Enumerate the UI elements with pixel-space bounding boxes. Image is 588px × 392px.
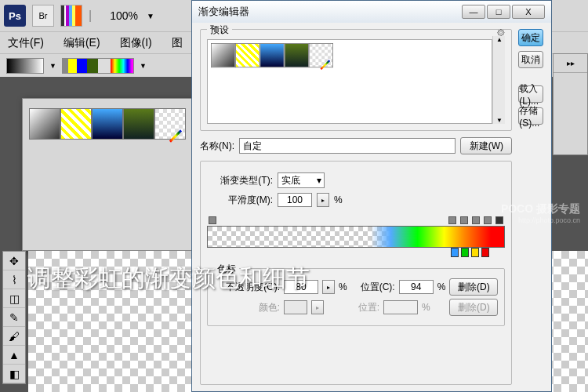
minimize-button[interactable]: — [462, 5, 485, 19]
color-stepper-icon: ▸ [311, 300, 324, 314]
name-input[interactable] [239, 138, 456, 154]
opacity-stop[interactable] [495, 216, 503, 224]
preset-swatch[interactable] [60, 108, 92, 140]
divider: | [89, 9, 92, 23]
preset-swatch[interactable] [260, 43, 284, 67]
new-button[interactable]: 新建(W) [460, 137, 512, 154]
preset-swatch[interactable] [29, 108, 60, 140]
opacity-stop[interactable] [472, 216, 480, 224]
swatch-dropdown-icon[interactable]: ▼ [48, 60, 58, 71]
preset-swatch[interactable] [211, 43, 235, 67]
opacity-stop[interactable] [460, 216, 468, 224]
close-button[interactable]: X [512, 5, 545, 19]
gradient-bar[interactable] [207, 226, 505, 248]
dialog-titlebar[interactable]: 渐变编辑器 — □ X [192, 1, 551, 23]
color-location-input [383, 300, 418, 314]
tutorial-caption: 调整彩虹的渐变颜色和细节 [27, 263, 310, 295]
percent-label: % [422, 302, 430, 313]
color-stop[interactable] [461, 248, 469, 257]
color-label: 颜色: [214, 301, 280, 314]
crop-tool-icon[interactable]: ◫ [3, 289, 25, 308]
type-select[interactable]: 实底 [278, 172, 325, 188]
preset-swatch[interactable] [309, 43, 333, 67]
lasso-tool-icon[interactable]: ⌇ [3, 270, 25, 289]
bridge-icon[interactable]: Br [32, 5, 54, 27]
preset-swatch[interactable] [92, 108, 123, 140]
dialog-title: 渐变编辑器 [198, 5, 462, 19]
foreground-gradient-swatch[interactable] [6, 58, 44, 74]
percent-label: % [339, 281, 347, 292]
right-panel: ▸▸ [553, 53, 588, 155]
brush-tool-icon[interactable]: 🖌 [3, 327, 25, 346]
menu-layer[interactable]: 图 [172, 36, 183, 50]
percent-label: % [437, 281, 446, 292]
opacity-stepper-icon[interactable]: ▸ [322, 280, 335, 294]
smoothness-stepper-icon[interactable]: ▸ [317, 193, 329, 207]
save-button[interactable]: 存储(S)... [518, 107, 543, 125]
smoothness-input[interactable] [278, 193, 312, 207]
delete-color-stop-button: 删除(D) [449, 299, 498, 316]
preset-swatch[interactable] [154, 108, 186, 140]
location-input[interactable] [399, 280, 434, 294]
zoom-dropdown-icon[interactable]: ▼ [147, 12, 154, 20]
opacity-stop[interactable] [448, 216, 456, 224]
gradient-preset-dropdown [22, 98, 198, 251]
gradient-tool-icon[interactable]: ◧ [3, 365, 25, 383]
gradient-editor-dialog: 渐变编辑器 — □ X 预设 ۞ [191, 0, 552, 392]
gradient-picker[interactable] [62, 58, 134, 74]
presets-label: 预设 [207, 24, 232, 37]
eyedropper-tool-icon[interactable]: ✎ [3, 308, 25, 327]
location-label: 位置(C): [351, 281, 395, 294]
preset-swatch[interactable] [235, 43, 260, 67]
color-swatch [284, 300, 307, 314]
percent-label: % [334, 194, 343, 205]
move-tool-icon[interactable]: ✥ [3, 252, 25, 270]
delete-opacity-stop-button[interactable]: 删除(D) [449, 278, 498, 296]
smoothness-label: 平滑度(M): [207, 194, 273, 207]
type-label: 渐变类型(T): [207, 174, 273, 187]
cancel-button[interactable]: 取消 [518, 51, 543, 68]
gradient-ramp-editor[interactable] [207, 216, 505, 259]
color-stop[interactable] [451, 248, 459, 257]
color-stop[interactable] [471, 248, 479, 257]
photoshop-icon[interactable]: Ps [4, 5, 26, 27]
preset-swatch[interactable] [285, 43, 309, 67]
preset-swatch[interactable] [123, 108, 154, 140]
name-label: 名称(N): [200, 140, 234, 153]
color-stop[interactable] [481, 248, 489, 257]
tools-panel: ✥ ⌇ ◫ ✎ 🖌 ▲ ◧ [2, 251, 26, 384]
opacity-stop[interactable] [209, 216, 216, 224]
stamp-tool-icon[interactable]: ▲ [3, 346, 25, 365]
opacity-stop[interactable] [484, 216, 492, 224]
presets-fieldset: 预设 ۞ [200, 29, 512, 131]
menu-edit[interactable]: 编辑(E) [64, 36, 100, 50]
location2-label: 位置: [328, 301, 379, 314]
ok-button[interactable]: 确定 [518, 29, 543, 46]
panel-collapse-icon[interactable]: ▸▸ [554, 54, 587, 73]
menu-image[interactable]: 图像(I) [120, 36, 152, 50]
presets-scrollbar[interactable] [492, 36, 505, 124]
maximize-button[interactable]: □ [487, 5, 510, 19]
mini-bridge-icon[interactable] [60, 5, 82, 27]
presets-list[interactable] [207, 39, 492, 124]
zoom-level[interactable]: 100% [110, 9, 138, 22]
load-button[interactable]: 载入(L)... [518, 85, 543, 103]
gradient-dropdown-icon[interactable]: ▼ [138, 60, 148, 71]
menu-file[interactable]: 文件(F) [8, 36, 44, 50]
